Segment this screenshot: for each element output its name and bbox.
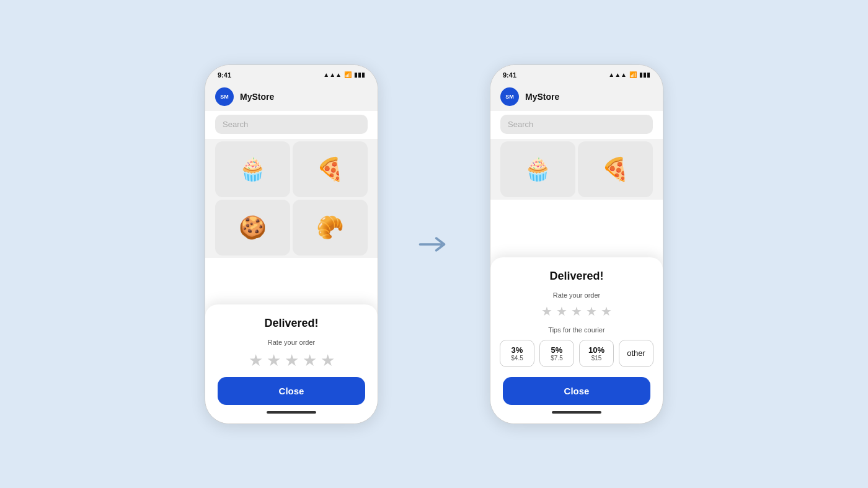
phone-1-wrapper: 9:41 ▲▲▲ 📶 ▮▮▮ SM MyStore Search 🧁 🍕 🍪 🥐… <box>205 64 378 424</box>
home-indicator-2 <box>552 411 601 414</box>
arrow <box>415 232 453 257</box>
grid-item-2: 🍪 <box>215 200 290 255</box>
star-1[interactable]: ★ <box>249 352 263 368</box>
items-grid-1: 🧁 🍕 🍪 🥐 <box>205 139 378 258</box>
phone-2-wrapper: 9:41 ▲▲▲ 📶 ▮▮▮ SM MyStore Search 🧁 🍕 Del… <box>490 64 663 424</box>
items-grid-2: 🧁 🍕 <box>490 139 663 200</box>
grid-item-1: 🍕 <box>293 141 368 197</box>
close-button-2[interactable]: Close <box>503 377 650 405</box>
star-5[interactable]: ★ <box>321 352 335 368</box>
star-2-3[interactable]: ★ <box>571 305 582 317</box>
tip-10pct-amt: $15 <box>587 355 606 362</box>
battery-icon: ▮▮▮ <box>354 71 365 78</box>
grid-item-3: 🥐 <box>293 200 368 255</box>
star-2[interactable]: ★ <box>267 352 281 368</box>
signal-icon-2: ▲▲▲ <box>608 71 627 78</box>
tip-5pct[interactable]: 5% $7.5 <box>539 340 574 367</box>
tip-10pct-label: 10% <box>587 345 606 355</box>
signal-icon: ▲▲▲ <box>323 71 342 78</box>
tips-row: 3% $4.5 5% $7.5 10% $15 other <box>503 340 650 367</box>
modal-title-1: Delivered! <box>218 317 365 330</box>
phone-1: 9:41 ▲▲▲ 📶 ▮▮▮ SM MyStore Search 🧁 🍕 🍪 🥐… <box>205 64 378 424</box>
app-title-1: MyStore <box>240 92 274 102</box>
phone-2: 9:41 ▲▲▲ 📶 ▮▮▮ SM MyStore Search 🧁 🍕 Del… <box>490 64 663 424</box>
tip-3pct-label: 3% <box>508 345 526 355</box>
stars-2[interactable]: ★ ★ ★ ★ ★ <box>503 305 650 317</box>
tips-label: Tips for the courier <box>503 326 650 334</box>
battery-icon-2: ▮▮▮ <box>639 71 650 78</box>
search-bar-2[interactable]: Search <box>500 115 653 134</box>
modal-title-2: Delivered! <box>503 270 650 283</box>
modal-sheet-2: Delivered! Rate your order ★ ★ ★ ★ ★ Tip… <box>490 257 663 424</box>
wifi-icon-2: 📶 <box>629 71 637 78</box>
rate-label-1: Rate your order <box>218 339 365 346</box>
stars-1[interactable]: ★ ★ ★ ★ ★ <box>218 352 365 368</box>
avatar-2: SM <box>500 87 519 106</box>
status-time-2: 9:41 <box>503 71 516 79</box>
tip-5pct-label: 5% <box>547 345 566 355</box>
rate-label-2: Rate your order <box>503 291 650 299</box>
status-bar-2: 9:41 ▲▲▲ 📶 ▮▮▮ <box>490 65 663 82</box>
status-icons-2: ▲▲▲ 📶 ▮▮▮ <box>608 71 650 78</box>
wifi-icon: 📶 <box>344 71 352 78</box>
tip-10pct[interactable]: 10% $15 <box>579 340 614 367</box>
home-indicator-1 <box>267 411 316 414</box>
app-title-2: MyStore <box>525 92 559 102</box>
grid-item-0: 🧁 <box>215 141 290 197</box>
status-icons-1: ▲▲▲ 📶 ▮▮▮ <box>323 71 365 78</box>
app-header-1: SM MyStore <box>205 82 378 111</box>
search-bar-1[interactable]: Search <box>215 115 368 134</box>
star-2-5[interactable]: ★ <box>601 305 612 317</box>
status-bar-1: 9:41 ▲▲▲ 📶 ▮▮▮ <box>205 65 378 82</box>
star-3[interactable]: ★ <box>285 352 299 368</box>
tip-3pct-amt: $4.5 <box>508 355 526 362</box>
grid-item-p1: 🍕 <box>578 141 653 197</box>
star-4[interactable]: ★ <box>303 352 317 368</box>
close-button-1[interactable]: Close <box>218 377 365 405</box>
status-time-1: 9:41 <box>218 71 231 79</box>
avatar-1: SM <box>215 87 234 106</box>
star-2-4[interactable]: ★ <box>586 305 597 317</box>
app-header-2: SM MyStore <box>490 82 663 111</box>
grid-item-p0: 🧁 <box>500 141 575 197</box>
modal-sheet-1: Delivered! Rate your order ★ ★ ★ ★ ★ Clo… <box>205 304 378 424</box>
tip-5pct-amt: $7.5 <box>547 355 566 362</box>
star-2-1[interactable]: ★ <box>541 305 552 317</box>
star-2-2[interactable]: ★ <box>556 305 567 317</box>
tip-other[interactable]: other <box>619 340 653 367</box>
tip-3pct[interactable]: 3% $4.5 <box>500 340 534 367</box>
